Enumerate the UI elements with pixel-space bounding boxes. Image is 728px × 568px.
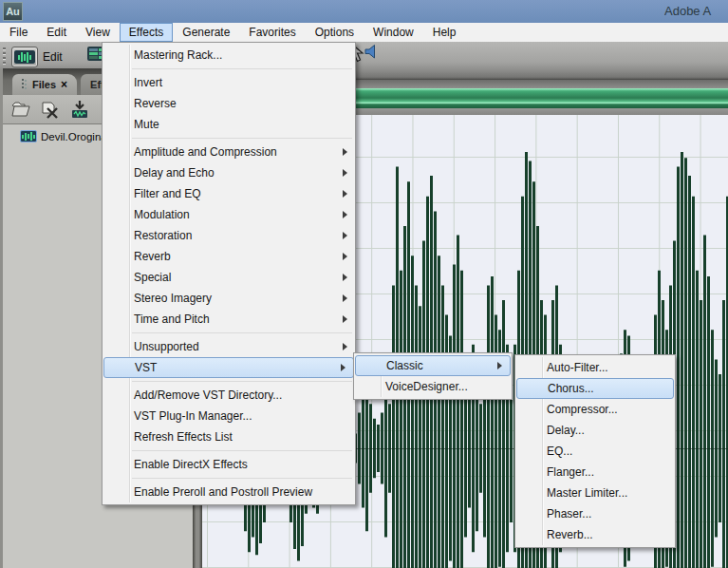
menu-item-label: Master Limiter... [547, 486, 627, 500]
menu-item-time-and-pitch[interactable]: Time and Pitch [103, 309, 355, 330]
menu-item-label: Enable DirectX Effects [134, 458, 248, 471]
open-file-icon[interactable] [10, 100, 31, 119]
menu-item-label: Refresh Effects List [134, 430, 233, 444]
menu-item-label: Enable Preroll and Postroll Preview [134, 485, 312, 499]
tab-files-label: Files [32, 79, 56, 90]
submenu-arrow-icon [343, 253, 347, 260]
title-bar: Au Adobe A [0, 0, 728, 23]
submenu-arrow-icon [497, 362, 502, 369]
menu-item-label: Delay... [547, 424, 585, 437]
menu-item-vst-plug-in-manager[interactable]: VST Plug-In Manager... [103, 406, 355, 426]
menu-item-enable-directx-effects[interactable]: Enable DirectX Effects [103, 454, 355, 475]
submenu-arrow-icon [343, 315, 347, 323]
tab-grip-icon [22, 79, 28, 90]
menu-item-compressor[interactable]: Compressor... [515, 399, 675, 420]
menubar-item-window[interactable]: Window [364, 23, 423, 42]
menu-item-eq[interactable]: EQ... [515, 441, 675, 462]
menu-item-voicedesigner[interactable]: VoiceDesigner... [354, 376, 512, 397]
tab-close-icon[interactable]: × [61, 79, 67, 90]
menu-item-modulation[interactable]: Modulation [103, 204, 355, 225]
submenu-arrow-icon [343, 343, 347, 350]
menu-item-mute[interactable]: Mute [103, 114, 355, 135]
menu-item-label: Phaser... [547, 507, 591, 521]
menu-item-label: Modulation [134, 208, 190, 221]
menu-item-label: Delay and Echo [134, 166, 215, 180]
menu-item-label: VoiceDesigner... [385, 380, 468, 393]
audio-file-icon [20, 130, 37, 142]
menu-item-auto-filter[interactable]: Auto-Filter... [515, 357, 675, 378]
menu-item-master-limiter[interactable]: Master Limiter... [515, 483, 675, 503]
menubar-item-file[interactable]: File [0, 23, 37, 42]
menu-item-label: VST Plug-In Manager... [134, 409, 252, 423]
menu-item-invert[interactable]: Invert [103, 72, 355, 93]
toolbar-grip[interactable] [3, 47, 6, 66]
menu-separator [132, 332, 352, 333]
menu-item-stereo-imagery[interactable]: Stereo Imagery [103, 288, 355, 309]
menu-separator [132, 450, 352, 451]
menu-item-amplitude-and-compression[interactable]: Amplitude and Compression [103, 142, 355, 162]
tab-files[interactable]: Files × [12, 74, 77, 95]
submenu-arrow-icon [343, 232, 347, 239]
menu-item-label: Unsupported [134, 340, 199, 353]
menu-item-reverb[interactable]: Reverb [103, 246, 355, 267]
menu-item-delay-and-echo[interactable]: Delay and Echo [103, 162, 355, 183]
edit-waveform-icon [14, 50, 35, 64]
menu-item-reverb[interactable]: Reverb... [515, 524, 675, 545]
menu-item-label: Time and Pitch [134, 312, 210, 326]
menu-item-refresh-effects-list[interactable]: Refresh Effects List [103, 426, 355, 447]
menu-item-label: Invert [134, 76, 162, 89]
edit-view-button[interactable]: Edit [11, 47, 63, 67]
menubar-item-options[interactable]: Options [306, 23, 364, 42]
menu-item-mastering-rack[interactable]: Mastering Rack... [103, 45, 355, 66]
menu-item-flanger[interactable]: Flanger... [515, 462, 675, 483]
menubar-item-effects[interactable]: Effects [120, 23, 173, 42]
menubar-item-generate[interactable]: Generate [173, 23, 239, 42]
menu-item-restoration[interactable]: Restoration [103, 225, 355, 246]
menu-item-unsupported[interactable]: Unsupported [103, 336, 355, 357]
submenu-arrow-icon [343, 294, 347, 302]
menu-item-chorus[interactable]: Chorus... [516, 378, 674, 399]
menu-separator [132, 478, 352, 479]
menu-separator [132, 138, 352, 139]
import-file-icon[interactable] [69, 100, 90, 119]
submenu-arrow-icon [343, 274, 347, 281]
menu-item-phaser[interactable]: Phaser... [515, 503, 675, 524]
menu-item-label: VST [135, 361, 157, 374]
menu-item-classic[interactable]: Classic [355, 355, 511, 376]
menu-item-label: Reverse [134, 97, 177, 110]
menu-item-label: EQ... [547, 445, 572, 458]
file-name: Devil.Orogina [41, 131, 107, 142]
menu-item-label: Reverb... [547, 528, 593, 541]
menubar-item-edit[interactable]: Edit [37, 23, 76, 42]
menubar-item-favorites[interactable]: Favorites [239, 23, 305, 42]
menubar-item-help[interactable]: Help [423, 23, 466, 42]
menu-separator [132, 68, 352, 69]
window-title: Adobe A [664, 4, 728, 18]
menu-item-label: Add/Remove VST Directory... [134, 388, 282, 402]
menu-item-enable-preroll-and-postroll-preview[interactable]: Enable Preroll and Postroll Preview [103, 482, 355, 502]
submenu-arrow-icon [343, 190, 347, 198]
close-file-icon[interactable] [40, 100, 61, 119]
classic-submenu: Auto-Filter...Chorus...Compressor...Dela… [514, 354, 676, 548]
menu-item-label: Reverb [134, 250, 171, 263]
effects-menu: Mastering Rack...InvertReverseMuteAmplit… [102, 42, 356, 505]
menu-item-label: Mute [134, 118, 159, 131]
menu-item-delay[interactable]: Delay... [515, 420, 675, 441]
menu-item-reverse[interactable]: Reverse [103, 93, 355, 114]
menu-item-label: Chorus... [548, 382, 594, 395]
menu-item-label: Flanger... [547, 465, 594, 479]
menu-item-label: Auto-Filter... [547, 361, 608, 374]
menu-item-add-remove-vst-directory[interactable]: Add/Remove VST Directory... [103, 385, 355, 406]
menu-item-special[interactable]: Special [103, 267, 355, 288]
menubar-item-view[interactable]: View [76, 23, 120, 42]
menu-item-label: Classic [386, 359, 423, 372]
menu-item-label: Filter and EQ [134, 187, 201, 200]
menu-item-vst[interactable]: VST [103, 357, 354, 378]
menu-item-label: Special [134, 271, 171, 284]
menu-item-label: Mastering Rack... [134, 48, 222, 62]
menu-separator [132, 381, 352, 382]
submenu-arrow-icon [343, 148, 347, 156]
menu-item-filter-and-eq[interactable]: Filter and EQ [103, 183, 355, 204]
vst-submenu: ClassicVoiceDesigner... [353, 352, 513, 400]
menu-bar: FileEditViewEffectsGenerateFavoritesOpti… [0, 23, 728, 42]
